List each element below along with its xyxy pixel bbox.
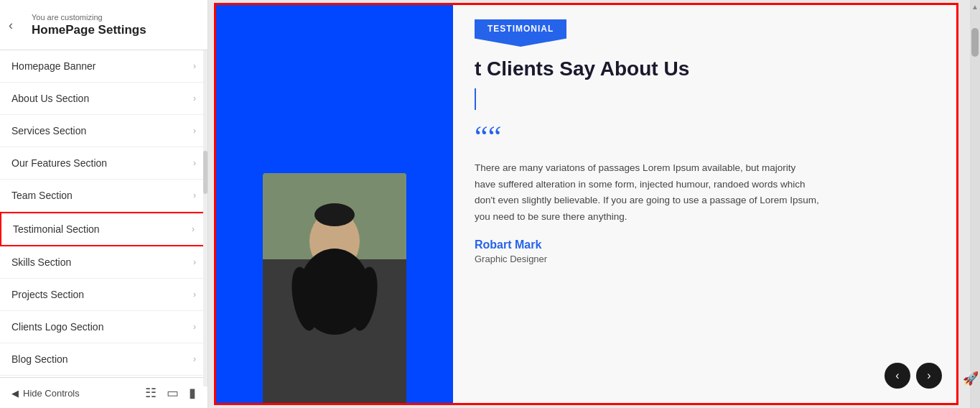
sidebar-scrollbar xyxy=(203,50,207,386)
hide-controls-button[interactable]: ◀ Hide Controls xyxy=(11,388,80,399)
footer-icons: ☷ ▭ ▮ xyxy=(145,385,196,401)
chevron-icon: › xyxy=(193,289,196,300)
sidebar-item-blog-section[interactable]: Blog Section› xyxy=(0,343,207,376)
quote-icon: ““ xyxy=(475,121,935,152)
next-arrow-button[interactable]: › xyxy=(916,363,942,389)
nav-item-label: Skills Section xyxy=(11,256,71,268)
sidebar: ‹ You are customizing HomePage Settings … xyxy=(0,0,208,408)
sidebar-scrollbar-thumb xyxy=(203,151,207,194)
chevron-icon: › xyxy=(193,93,196,103)
person-image xyxy=(263,173,406,403)
chevron-icon: › xyxy=(193,190,196,200)
prev-arrow-button[interactable]: ‹ xyxy=(885,363,910,389)
tablet-icon[interactable]: ▭ xyxy=(167,385,179,401)
preview-wrapper: TESTIMONIAL t Clients Say About Us ““ Th… xyxy=(214,3,958,405)
chevron-icon: › xyxy=(193,126,196,136)
client-name: Robart Mark xyxy=(475,238,935,251)
sidebar-item-our-features-section[interactable]: Our Features Section› xyxy=(0,147,207,180)
chevron-icon: › xyxy=(193,257,196,267)
sidebar-item-about-us-section[interactable]: About Us Section› xyxy=(0,83,207,115)
nav-item-label: Team Section xyxy=(11,190,73,201)
testimonial-text: There are many variatons of passages Lor… xyxy=(475,160,819,226)
nav-item-label: Our Features Section xyxy=(11,157,107,169)
mobile-icon[interactable]: ▮ xyxy=(189,385,196,401)
nav-item-label: Homepage Banner xyxy=(11,60,96,72)
sidebar-item-clients-logo-section[interactable]: Clients Logo Section› xyxy=(0,311,207,343)
sidebar-item-skills-section[interactable]: Skills Section› xyxy=(0,246,207,279)
preview-left xyxy=(216,5,453,403)
svg-point-5 xyxy=(314,203,355,226)
nav-item-label: Blog Section xyxy=(11,353,68,365)
sidebar-subtitle: You are customizing xyxy=(32,13,196,22)
chevron-icon: › xyxy=(193,158,196,168)
sidebar-item-projects-section[interactable]: Projects Section› xyxy=(0,279,207,311)
main-content: TESTIMONIAL t Clients Say About Us ““ Th… xyxy=(208,0,980,408)
back-button[interactable]: ‹ xyxy=(9,17,13,32)
rocket-icon: 🚀 xyxy=(963,371,979,386)
nav-item-label: Projects Section xyxy=(11,289,84,300)
nav-item-label: About Us Section xyxy=(11,93,89,104)
sidebar-header: ‹ You are customizing HomePage Settings xyxy=(0,0,207,50)
desktop-icon[interactable]: ☷ xyxy=(145,385,157,401)
chevron-icon: › xyxy=(193,322,196,332)
sidebar-item-team-section[interactable]: Team Section› xyxy=(0,180,207,212)
sidebar-title: HomePage Settings xyxy=(32,23,196,37)
sidebar-item-homepage-banner[interactable]: Homepage Banner› xyxy=(0,50,207,83)
sidebar-item-testimonial-section[interactable]: Testimonial Section› xyxy=(0,212,207,246)
chevron-icon: › xyxy=(193,354,196,364)
testimonial-heading: t Clients Say About Us xyxy=(475,57,935,81)
nav-item-label: Testimonial Section xyxy=(13,223,100,235)
sidebar-footer: ◀ Hide Controls ☷ ▭ ▮ xyxy=(0,377,207,408)
nav-arrows: ‹ › xyxy=(885,363,942,389)
scroll-thumb[interactable] xyxy=(971,28,979,57)
chevron-icon: › xyxy=(192,224,195,234)
testimonial-badge: TESTIMONIAL xyxy=(475,19,566,47)
sidebar-item-services-section[interactable]: Services Section› xyxy=(0,115,207,147)
heading-divider xyxy=(475,88,476,110)
scroll-up-arrow[interactable]: ▲ xyxy=(971,0,979,14)
sidebar-nav: Homepage Banner›About Us Section›Service… xyxy=(0,50,207,377)
hide-controls-label: Hide Controls xyxy=(23,388,80,399)
hide-controls-icon: ◀ xyxy=(11,388,19,399)
preview-right: TESTIMONIAL t Clients Say About Us ““ Th… xyxy=(453,5,956,403)
client-role: Graphic Designer xyxy=(475,254,935,264)
chevron-icon: › xyxy=(193,61,196,71)
page-scrollbar[interactable]: ▲ 🚀 xyxy=(970,0,980,408)
nav-item-label: Clients Logo Section xyxy=(11,321,103,333)
nav-item-label: Services Section xyxy=(11,125,86,136)
